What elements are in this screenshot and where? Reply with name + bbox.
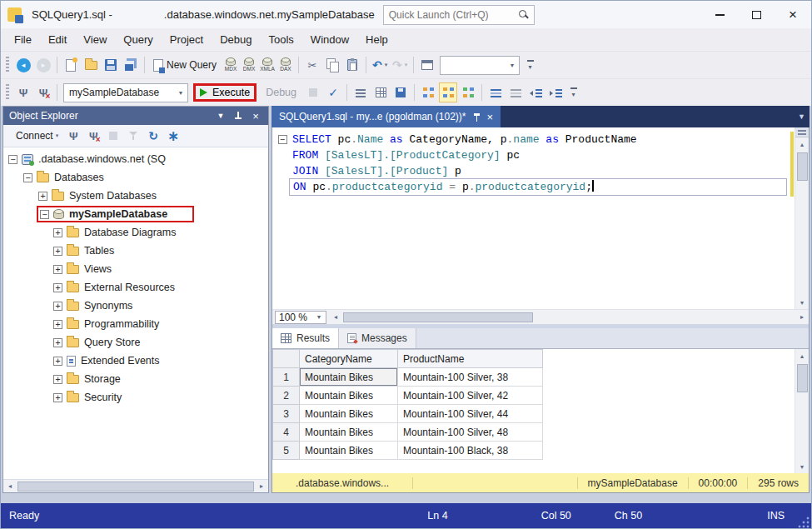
code-editor[interactable]: −SELECT pc.Name as CategoryName, p.name … <box>272 127 809 309</box>
expand-toggle-icon[interactable]: + <box>53 393 62 402</box>
scroll-left-icon[interactable]: ◂ <box>329 311 342 324</box>
save-all-button[interactable] <box>122 55 140 75</box>
expand-toggle-icon[interactable]: + <box>53 247 62 256</box>
grid-cell[interactable]: Mountain-100 Silver, 44 <box>398 405 543 423</box>
code-line-3[interactable]: JOIN [SalesLT].[Product] p <box>272 163 809 179</box>
grid-cell[interactable]: Mountain Bikes <box>300 368 398 387</box>
table-row[interactable]: 4Mountain BikesMountain-100 Silver, 48 <box>273 423 543 442</box>
change-connection-button[interactable] <box>34 82 52 102</box>
object-explorer-header[interactable]: Object Explorer ▼ × <box>3 107 268 125</box>
include-actual-plan-button[interactable] <box>439 82 457 102</box>
pin-icon[interactable] <box>232 112 245 121</box>
expand-toggle-icon[interactable]: − <box>23 173 32 182</box>
paste-button[interactable] <box>343 55 361 75</box>
grid-corner[interactable] <box>273 350 300 368</box>
expand-toggle-icon[interactable]: + <box>53 357 62 366</box>
code-line-1[interactable]: −SELECT pc.Name as CategoryName, p.name … <box>272 132 809 147</box>
scroll-up-icon[interactable]: ▴ <box>795 349 809 362</box>
tab-messages[interactable]: Messages <box>339 328 416 348</box>
grid-cell[interactable]: Mountain Bikes <box>300 405 398 423</box>
new-dmx-query-button[interactable]: DMX <box>241 55 257 75</box>
scroll-down-icon[interactable]: ▾ <box>795 296 809 309</box>
new-file-button[interactable] <box>62 55 80 75</box>
scroll-down-icon[interactable]: ▾ <box>795 460 809 473</box>
expand-toggle-icon[interactable]: − <box>8 155 17 164</box>
row-number[interactable]: 5 <box>273 442 300 460</box>
scrollbar-thumb[interactable] <box>797 152 808 181</box>
column-header-productname[interactable]: ProductName <box>398 350 543 368</box>
menu-file[interactable]: File <box>6 30 40 49</box>
code-area[interactable]: −SELECT pc.Name as CategoryName, p.name … <box>272 127 809 195</box>
hscroll-track[interactable] <box>342 310 795 324</box>
scroll-right-icon[interactable]: ▸ <box>255 480 268 493</box>
new-query-button[interactable]: New Query <box>149 55 221 75</box>
tab-results[interactable]: Results <box>272 328 339 348</box>
results-to-grid-button[interactable] <box>371 82 390 102</box>
toolbar2-options-button[interactable] <box>567 83 580 102</box>
close-icon[interactable]: × <box>487 112 494 122</box>
row-number[interactable]: 4 <box>273 423 300 442</box>
expand-toggle-icon[interactable]: + <box>53 228 62 237</box>
grid-cell[interactable]: Mountain-100 Black, 38 <box>398 442 543 460</box>
maximize-button[interactable] <box>738 1 775 28</box>
tree-item-security[interactable]: +Security <box>3 388 268 407</box>
row-number[interactable]: 2 <box>273 387 300 405</box>
toolbar-combo[interactable]: ▼ <box>440 56 520 75</box>
tree-item-extended-events[interactable]: +Extended Events <box>3 352 268 370</box>
split-handle[interactable] <box>795 127 809 137</box>
table-row[interactable]: 2Mountain BikesMountain-100 Silver, 42 <box>273 387 543 405</box>
stop-button[interactable] <box>304 82 322 102</box>
debug-button[interactable]: Debug <box>266 87 296 98</box>
results-to-file-button[interactable] <box>391 82 410 102</box>
expand-toggle-icon[interactable]: − <box>40 210 49 219</box>
copy-button[interactable] <box>323 55 341 75</box>
include-live-stats-button[interactable] <box>459 82 477 102</box>
menu-debug[interactable]: Debug <box>212 30 260 49</box>
quick-launch-box[interactable] <box>383 5 535 25</box>
scrollbar-thumb[interactable] <box>343 312 533 322</box>
available-databases-combo[interactable]: mySampleDatabase▼ <box>63 83 188 102</box>
results-vertical-scrollbar[interactable]: ▴ ▾ <box>795 349 809 473</box>
menu-help[interactable]: Help <box>357 30 396 49</box>
show-estimated-plan-button[interactable] <box>419 82 437 102</box>
tree-item-query-store[interactable]: +Query Store <box>3 333 268 352</box>
editor-horizontal-scrollbar[interactable]: 100 % ▼ ◂ ▸ <box>272 309 809 324</box>
table-row[interactable]: 5Mountain BikesMountain-100 Black, 38 <box>273 442 543 460</box>
grid-cell[interactable]: Mountain Bikes <box>300 387 398 405</box>
expand-toggle-icon[interactable]: + <box>53 320 62 329</box>
table-row[interactable]: 1Mountain BikesMountain-100 Silver, 38 <box>273 368 543 387</box>
menu-project[interactable]: Project <box>162 30 212 49</box>
menu-view[interactable]: View <box>75 30 115 49</box>
nav-backward-button[interactable] <box>14 55 32 75</box>
tree-item-database-windows-net-sq[interactable]: −.database.windows.net (SQ <box>3 150 268 168</box>
chevron-down-icon[interactable]: ▼ <box>312 312 326 323</box>
grid-cell[interactable]: Mountain Bikes <box>300 442 398 460</box>
tree-item-programmability[interactable]: +Programmability <box>3 315 268 333</box>
connect-object-button[interactable] <box>64 126 82 146</box>
code-line-2[interactable]: FROM [SalesLT].[ProductCategory] pc <box>272 147 809 163</box>
connect-button[interactable] <box>14 82 32 102</box>
tab-list-chevron-icon[interactable]: ▼ <box>798 106 805 127</box>
resize-grip[interactable] <box>798 517 810 528</box>
tree-item-tables[interactable]: +Tables <box>3 242 268 260</box>
tree-item-external-resources[interactable]: +External Resources <box>3 278 268 297</box>
grid-cell[interactable]: Mountain Bikes <box>300 423 398 442</box>
close-button[interactable]: × <box>775 1 811 28</box>
row-number[interactable]: 3 <box>273 405 300 423</box>
results-to-text-button[interactable] <box>351 82 370 102</box>
execute-button[interactable]: Execute <box>200 87 250 98</box>
menu-tools[interactable]: Tools <box>261 30 302 49</box>
scroll-right-icon[interactable]: ▸ <box>795 311 809 324</box>
connect-menu[interactable]: Connect▾ <box>8 126 62 146</box>
new-dax-query-button[interactable]: DAX <box>277 55 294 75</box>
chevron-down-icon[interactable]: ▼ <box>506 57 519 74</box>
code-line-4[interactable]: ON pc.productcategoryid = p.productcateg… <box>272 179 809 195</box>
increase-indent-button[interactable] <box>546 82 565 102</box>
grid-cell[interactable]: Mountain-100 Silver, 42 <box>398 387 543 405</box>
undo-button[interactable]: ▾ <box>371 55 389 75</box>
uncomment-button[interactable] <box>506 82 525 102</box>
row-number[interactable]: 1 <box>273 368 300 387</box>
expand-toggle-icon[interactable]: + <box>53 338 62 347</box>
zoom-combo[interactable]: 100 % ▼ <box>275 311 326 324</box>
redo-button[interactable]: ▾ <box>391 55 409 75</box>
